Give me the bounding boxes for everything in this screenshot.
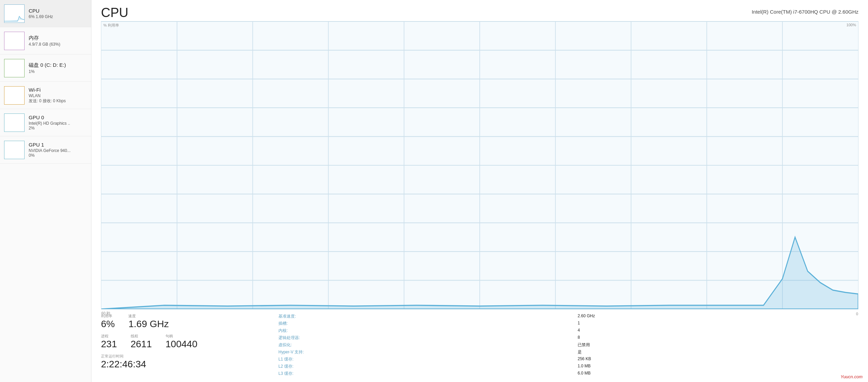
info-key: Hyper-V 支持: xyxy=(278,349,567,355)
info-value: 256 KB xyxy=(578,356,858,362)
wifi-sidebar-info: Wi-Fi WLAN 发送: 0 接收: 0 Kbps xyxy=(29,87,66,104)
memory-thumbnail xyxy=(4,32,25,50)
gpu1-sublabel: NVIDIA GeForce 940... xyxy=(29,148,71,153)
gpu1-thumbnail xyxy=(4,141,25,159)
chart-time-right: 0 xyxy=(856,312,858,316)
watermark: Yuucn.com xyxy=(840,374,863,379)
wifi-thumbnail xyxy=(4,86,25,105)
threads-value: 2611 xyxy=(131,339,152,349)
processes-value: 231 xyxy=(101,339,117,349)
wifi-label: Wi-Fi xyxy=(29,87,66,93)
stats-left: 利用率 6% 速度 1.69 GHz 进程 231 线程 2611 xyxy=(101,314,272,377)
cpu-label: CPU xyxy=(29,8,53,14)
uptime-value: 2:22:46:34 xyxy=(101,360,146,369)
info-value: 1 xyxy=(578,321,858,326)
gpu0-sidebar-info: GPU 0 Intel(R) HD Graphics .. 2% xyxy=(29,114,70,131)
threads-stat: 线程 2611 xyxy=(131,334,152,349)
gpu1-sidebar-info: GPU 1 NVIDIA GeForce 940... 0% xyxy=(29,142,71,158)
main-panel: CPU Intel(R) Core(TM) i7-6700HQ CPU @ 2.… xyxy=(91,0,868,382)
gpu0-value: 2% xyxy=(29,126,70,131)
cpu-thumbnail xyxy=(4,4,25,23)
chart-y-max: 100% xyxy=(847,23,856,27)
speed-stat: 速度 1.69 GHz xyxy=(128,314,169,329)
disk-thumbnail xyxy=(4,59,25,77)
disk-sidebar-value: 1% xyxy=(29,69,66,74)
cpu-model: Intel(R) Core(TM) i7-6700HQ CPU @ 2.60GH… xyxy=(752,9,858,15)
info-table: 基准速度:2.60 GHz插槽:1内核:4逻辑处理器:8虚拟化:已禁用Hyper… xyxy=(278,314,858,377)
handles-label: 句柄 xyxy=(165,334,197,339)
memory-label: 内存 xyxy=(29,35,60,41)
sidebar-item-disk[interactable]: 磁盘 0 (C: D: E:) 1% xyxy=(0,55,91,82)
gpu1-label: GPU 1 xyxy=(29,142,71,148)
page-title: CPU xyxy=(101,6,128,19)
speed-value: 1.69 GHz xyxy=(128,319,169,329)
stats-row-1: 利用率 6% 速度 1.69 GHz xyxy=(101,314,272,329)
processes-stat: 进程 231 xyxy=(101,334,117,349)
info-key: 内核: xyxy=(278,328,567,334)
gpu0-thumbnail xyxy=(4,113,25,132)
processes-label: 进程 xyxy=(101,334,117,339)
stats-row-2: 进程 231 线程 2611 句柄 100440 xyxy=(101,334,272,349)
disk-label: 磁盘 0 (C: D: E:) xyxy=(29,62,66,68)
info-key: 逻辑处理器: xyxy=(278,335,567,341)
utilization-value: 6% xyxy=(101,319,115,329)
gpu0-label: GPU 0 xyxy=(29,114,70,120)
cpu-sidebar-value: 6% 1.69 GHz xyxy=(29,14,53,19)
chart-y-label: % 利用率 xyxy=(103,23,119,28)
threads-label: 线程 xyxy=(131,334,152,339)
sidebar: CPU 6% 1.69 GHz 内存 4.9/7.8 GB (63%) 磁盘 0… xyxy=(0,0,91,382)
info-key: 基准速度: xyxy=(278,314,567,319)
info-key: L3 缓存: xyxy=(278,371,567,377)
info-value: 4 xyxy=(578,328,858,334)
info-value: 1.0 MB xyxy=(578,364,858,369)
memory-sidebar-info: 内存 4.9/7.8 GB (63%) xyxy=(29,35,60,47)
uptime-stat: 正常运行时间 2:22:46:34 xyxy=(101,354,146,369)
gpu1-value: 0% xyxy=(29,153,71,158)
info-value: 是 xyxy=(578,349,858,355)
handles-stat: 句柄 100440 xyxy=(165,334,197,349)
info-value: 2.60 GHz xyxy=(578,314,858,319)
info-key: L1 缓存: xyxy=(278,356,567,362)
stats-section: 利用率 6% 速度 1.69 GHz 进程 231 线程 2611 xyxy=(101,314,858,377)
wifi-value: 发送: 0 接收: 0 Kbps xyxy=(29,98,66,104)
sidebar-item-gpu0[interactable]: GPU 0 Intel(R) HD Graphics .. 2% xyxy=(0,109,91,136)
stats-right: 基准速度:2.60 GHz插槽:1内核:4逻辑处理器:8虚拟化:已禁用Hyper… xyxy=(272,314,858,377)
sidebar-item-memory[interactable]: 内存 4.9/7.8 GB (63%) xyxy=(0,27,91,55)
memory-sidebar-value: 4.9/7.8 GB (63%) xyxy=(29,42,60,47)
sidebar-item-gpu1[interactable]: GPU 1 NVIDIA GeForce 940... 0% xyxy=(0,136,91,164)
wifi-sublabel: WLAN xyxy=(29,93,66,98)
main-header: CPU Intel(R) Core(TM) i7-6700HQ CPU @ 2.… xyxy=(101,6,858,19)
sidebar-item-cpu[interactable]: CPU 6% 1.69 GHz xyxy=(0,0,91,27)
disk-sidebar-info: 磁盘 0 (C: D: E:) 1% xyxy=(29,62,66,74)
handles-value: 100440 xyxy=(165,339,197,349)
info-key: L2 缓存: xyxy=(278,364,567,369)
stats-row-3: 正常运行时间 2:22:46:34 xyxy=(101,354,272,369)
info-key: 虚拟化: xyxy=(278,342,567,348)
gpu0-sublabel: Intel(R) HD Graphics .. xyxy=(29,121,70,126)
info-key: 插槽: xyxy=(278,321,567,326)
chart-svg xyxy=(101,21,858,309)
speed-label: 速度 xyxy=(128,314,169,319)
cpu-sidebar-info: CPU 6% 1.69 GHz xyxy=(29,8,53,19)
cpu-chart: % 利用率 100% 60 xyxy=(101,21,858,309)
info-value: 已禁用 xyxy=(578,342,858,348)
info-value: 8 xyxy=(578,335,858,341)
chart-time-left: 60 秒 xyxy=(101,311,110,316)
info-value: 6.0 MB xyxy=(578,371,858,377)
sidebar-item-wifi[interactable]: Wi-Fi WLAN 发送: 0 接收: 0 Kbps xyxy=(0,82,91,109)
uptime-label: 正常运行时间 xyxy=(101,354,146,359)
